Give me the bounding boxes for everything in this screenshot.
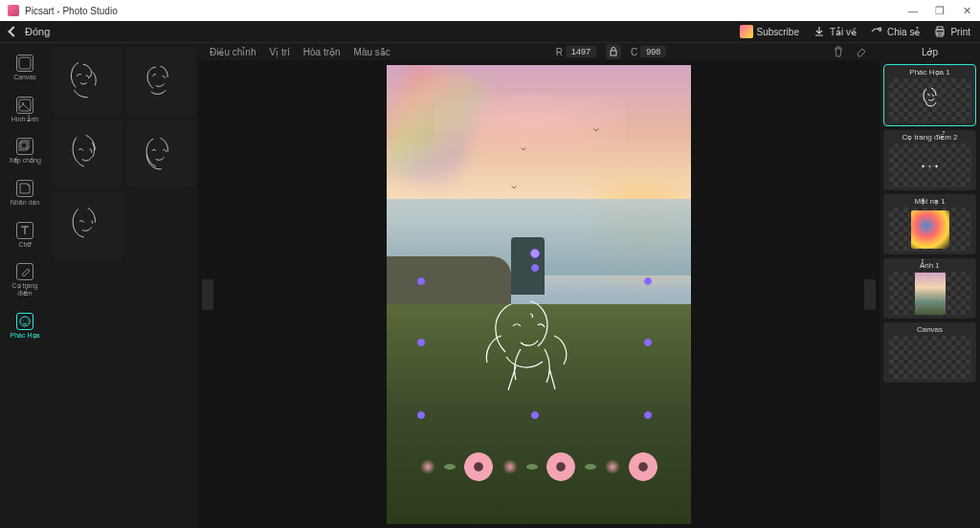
layer-thumb: [889, 208, 971, 252]
canvas-icon: [16, 55, 33, 72]
r-label: R: [556, 47, 563, 57]
layer-thumb: [889, 336, 971, 380]
flower-icon: [605, 459, 620, 474]
canvas-viewport[interactable]: ⌵ ⌵ ⌵: [198, 60, 880, 528]
flower-icon: [464, 452, 493, 481]
sketch-thumb-3[interactable]: [54, 120, 122, 188]
share-button[interactable]: Chia sẻ: [870, 25, 920, 38]
flower-icon: [629, 452, 657, 481]
chevron-left-icon: [8, 26, 18, 36]
svg-rect-9: [611, 51, 616, 55]
rock: [511, 237, 545, 295]
erase-button[interactable]: [855, 45, 868, 58]
sketch-thumb-2[interactable]: [126, 47, 195, 116]
titlebar: Picsart - Photo Studio — ❐ ✕: [0, 0, 980, 21]
sketch-overlay[interactable]: [454, 290, 616, 443]
minimize-button[interactable]: —: [907, 5, 919, 17]
canvas-photo[interactable]: ⌵ ⌵ ⌵: [387, 65, 691, 524]
share-icon: [870, 25, 883, 38]
layer-mask-1[interactable]: Mặt nạ 1: [883, 194, 976, 254]
svg-point-8: [20, 317, 30, 326]
sketch-thumb-5[interactable]: [54, 191, 122, 260]
makeup-icon: [16, 263, 33, 280]
rail-text[interactable]: Chữ: [2, 218, 48, 253]
layer-thumb: [889, 272, 971, 316]
sketch-thumb-4[interactable]: [126, 120, 195, 188]
rail-makeup[interactable]: Cọ trang điểm: [2, 259, 48, 300]
back-label: Đóng: [25, 26, 50, 37]
subscribe-button[interactable]: Subscribe: [740, 25, 799, 38]
bird-icon: ⌵: [511, 180, 523, 184]
tab-adjust[interactable]: Điều chỉnh: [210, 47, 256, 57]
rail-canvas[interactable]: Canvas: [2, 51, 48, 85]
window-title: Picsart - Photo Studio: [25, 6, 118, 16]
c-label: C: [631, 47, 637, 57]
app-icon: [8, 5, 19, 16]
tab-position[interactable]: Vị trí: [269, 47, 289, 57]
bird-icon: ⌵: [521, 142, 532, 145]
subscribe-icon: [740, 25, 753, 38]
layers-header: Lớp: [880, 43, 980, 60]
canvas-area: Điều chỉnh Vị trí Hòa trộn Màu sắc R 149…: [198, 43, 880, 528]
svg-rect-7: [19, 143, 27, 150]
print-icon: [933, 25, 947, 38]
text-icon: [16, 222, 33, 239]
rail-sketch[interactable]: Phác Họa: [2, 309, 48, 343]
bird-icon: ⌵: [593, 122, 605, 126]
left-rail: Canvas Hình ảnh Xếp chồng Nhãn dán Chữ C…: [0, 43, 50, 528]
svg-rect-1: [937, 27, 943, 30]
lock-aspect-button[interactable]: [606, 44, 621, 59]
download-button[interactable]: Tải về: [813, 25, 857, 38]
layer-thumb: [889, 78, 971, 122]
canvas-next-button[interactable]: [864, 279, 876, 310]
flower-icon: [546, 452, 575, 481]
flower-icon: [420, 459, 435, 474]
rail-sticker[interactable]: Nhãn dán: [2, 176, 48, 210]
sketch-panel: [50, 43, 198, 528]
layer-makeup-2[interactable]: Cọ trang điểm 2 ✦ ✧ ✦: [883, 130, 976, 190]
sketch-icon: [16, 313, 33, 330]
layer-thumb: ✦ ✧ ✦: [889, 143, 971, 187]
r-value[interactable]: 1497: [566, 46, 596, 57]
maximize-button[interactable]: ❐: [934, 5, 946, 17]
rail-image[interactable]: Hình ảnh: [2, 93, 48, 127]
sticker-icon: [16, 180, 33, 197]
stack-icon: [16, 138, 33, 155]
back-button[interactable]: Đóng: [10, 26, 50, 37]
handle-top-right[interactable]: [644, 277, 652, 285]
layer-image-1[interactable]: Ảnh 1: [883, 258, 976, 319]
delete-button[interactable]: [832, 45, 845, 58]
flower-icon: [502, 459, 518, 474]
rail-stack[interactable]: Xếp chồng: [2, 134, 48, 168]
topbar: Đóng Subscribe Tải về Chia sẻ Print: [0, 21, 980, 43]
sketch-thumb-1[interactable]: [54, 47, 122, 116]
layers-panel: Lớp Phác Họa 1 Cọ trang điểm 2 ✦ ✧ ✦ Mặt…: [880, 43, 980, 528]
flower-stickers: [415, 438, 662, 495]
tab-blend[interactable]: Hòa trộn: [303, 47, 341, 57]
leaf-icon: [585, 464, 596, 470]
leaf-icon: [444, 464, 456, 470]
layer-canvas[interactable]: Canvas: [883, 322, 976, 383]
svg-rect-3: [19, 57, 31, 69]
c-value[interactable]: 998: [640, 46, 666, 57]
close-button[interactable]: ✕: [961, 5, 972, 17]
image-icon: [16, 97, 33, 114]
canvas-toolbar: Điều chỉnh Vị trí Hòa trộn Màu sắc R 149…: [198, 43, 880, 60]
svg-rect-6: [21, 141, 29, 148]
tab-color[interactable]: Màu sắc: [354, 47, 390, 57]
print-button[interactable]: Print: [933, 25, 970, 38]
leaf-icon: [526, 464, 538, 470]
canvas-prev-button[interactable]: [202, 279, 213, 310]
layer-sketch-1[interactable]: Phác Họa 1: [883, 64, 976, 126]
download-icon: [813, 25, 826, 38]
